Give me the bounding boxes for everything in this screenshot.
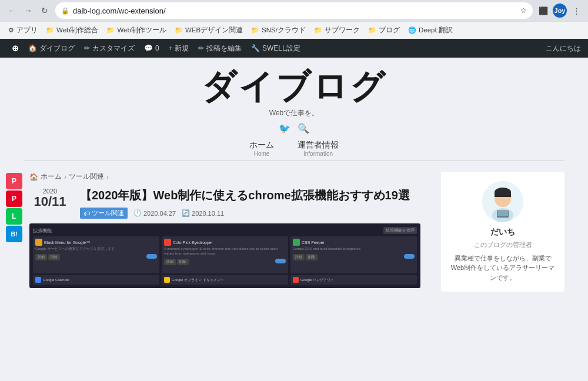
thumb-second-row: Google Calendar Google オフライン ドキュメント Goog… <box>33 275 417 285</box>
thumb-card-2-btn-detail[interactable]: 詳細 <box>164 259 176 265</box>
thumbnail-manage-text: 拡張機能を管理 <box>383 227 417 234</box>
bookmark-web-sogo[interactable]: 📁 Web制作総合 <box>42 24 102 36</box>
bookmark-apps[interactable]: ⚙ アプリ <box>5 24 41 36</box>
wp-customize-item[interactable]: ✏ カスタマイズ <box>79 39 139 58</box>
svg-rect-6 <box>497 211 508 216</box>
thumb-card-2-toggle[interactable] <box>275 259 286 263</box>
nav-buttons: ← → ↻ <box>5 4 52 18</box>
thumb-card-1: Black Menu for Google™ Google サービスへの豊富なア… <box>33 236 159 273</box>
address-bar[interactable]: 🔒 daib-log.com/wc-extension/ ☆ <box>55 2 533 19</box>
avatar-svg <box>482 181 523 222</box>
profile-button[interactable]: Joy <box>553 4 567 18</box>
thumb-card-2-desc: A zoomed eyedropper & color chooser tool… <box>164 247 286 256</box>
thumb-card-1-toggle[interactable] <box>146 254 157 259</box>
back-button[interactable]: ← <box>5 4 19 18</box>
bookmark-webdesign[interactable]: 📁 WEBデザイン関連 <box>171 24 246 36</box>
thumb-card-1-btn-remove[interactable]: 削除 <box>48 254 60 260</box>
update-icon: 🔄 <box>182 209 190 217</box>
thumbnail-grid: Black Menu for Google™ Google サービスへの豊富なア… <box>33 236 417 273</box>
extensions-button[interactable]: ⬛ <box>536 4 550 18</box>
blog-tagline: Webで仕事を。 <box>0 108 588 118</box>
article-body: 【2020年版】Web制作に使えるchrome拡張機能おすすめ19選 🏷 ツール… <box>80 188 410 223</box>
hatena-share-button[interactable]: B! <box>6 226 22 242</box>
deepl-icon: 🌐 <box>408 26 416 34</box>
line-share-button[interactable]: L <box>6 208 22 225</box>
bookmark-deepl-label: DeepL翻訳 <box>419 26 453 35</box>
home-icon: 🏠 <box>28 44 37 52</box>
thumb-card-2-btn-remove[interactable]: 削除 <box>177 259 189 265</box>
breadcrumb: 🏠 ホーム › ツール関連 › <box>29 172 429 182</box>
thumb-card-3-header: CSS Peeper <box>293 239 415 246</box>
main-content: 🏠 ホーム › ツール関連 › 2020 10/11 【2020年版】Web制作… <box>29 167 429 381</box>
bookmark-subwork[interactable]: 📁 サブワーク <box>310 24 363 36</box>
tag-icon: 🏷 <box>83 210 90 217</box>
article-date: 2020 10/11 <box>29 188 71 209</box>
bookmark-webdesign-label: WEBデザイン関連 <box>185 26 243 35</box>
swell-icon: 🔧 <box>251 44 260 52</box>
twitter-icon[interactable]: 🐦 <box>279 123 290 134</box>
google-hangouts-icon <box>293 277 299 283</box>
forward-button[interactable]: → <box>21 4 35 18</box>
line-icon: L <box>12 212 16 220</box>
pinterest-icon: P <box>12 195 16 203</box>
svg-rect-4 <box>495 192 511 197</box>
wp-admin-bar: ⊕ 🏠 ダイブログ ✏ カスタマイズ 💬 0 + 新規 ✏ 投稿を編集 🔧 SW… <box>0 39 588 58</box>
comment-icon: 💬 <box>144 44 153 52</box>
bookmark-web-tools[interactable]: 📁 Web制作ツール <box>103 24 169 36</box>
thumb-card-3-title: CSS Peeper <box>302 240 325 245</box>
browser-toolbar: ← → ↻ 🔒 daib-log.com/wc-extension/ ☆ ⬛ J… <box>0 0 588 21</box>
article-meta-row: 2020 10/11 【2020年版】Web制作に使えるchrome拡張機能おす… <box>29 188 429 223</box>
star-icon[interactable]: ☆ <box>520 6 527 15</box>
wp-swell-item[interactable]: 🔧 SWELL設定 <box>246 39 305 58</box>
article-tag[interactable]: 🏷 ツール関連 <box>80 208 128 219</box>
blog-title: ダイブログ <box>0 69 588 103</box>
right-sidebar: だいち このブログの管理者 異業種で仕事をしながら、副業でWeb制作をしているア… <box>441 167 564 381</box>
clock-icon: 🕐 <box>133 209 142 217</box>
thumb-card-3-btn-detail[interactable]: 詳細 <box>293 254 305 260</box>
thumb-card-3-toggle[interactable] <box>404 254 415 259</box>
bookmark-subwork-label: サブワーク <box>325 26 360 35</box>
updated-date: 2020.10.11 <box>192 210 224 217</box>
google-hangouts-label: Google ハングアウト <box>300 278 334 283</box>
article-date-main: 10/11 <box>29 195 71 209</box>
wp-site-item[interactable]: 🏠 ダイブログ <box>24 39 79 58</box>
wp-comments-label: 0 <box>155 44 159 52</box>
published-date: 2020.04.27 <box>143 210 176 217</box>
bookmark-blog[interactable]: 📁 ブログ <box>365 24 403 36</box>
wp-swell-label: SWELL設定 <box>262 44 300 54</box>
blog-social-icons: 🐦 🔍 <box>0 123 588 134</box>
wp-comments-item[interactable]: 💬 0 <box>139 39 164 58</box>
thumb-card-3-desc: Extract CSS and build beautiful stylegui… <box>293 247 415 252</box>
thumb-card-2-btns: 詳細 削除 <box>164 259 286 265</box>
google-cal-label: Google Calendar <box>43 278 69 282</box>
bookmark-deepl[interactable]: 🌐 DeepL翻訳 <box>405 24 456 36</box>
wp-logo-item[interactable]: ⊕ <box>7 39 24 58</box>
pocket-share-button[interactable]: P <box>6 173 22 189</box>
nav-item-about[interactable]: 運営者情報 Information <box>298 140 339 157</box>
wp-customize-label: カスタマイズ <box>92 44 135 54</box>
wp-new-label: + 新規 <box>169 44 189 54</box>
breadcrumb-category-link[interactable]: ツール関連 <box>69 172 104 182</box>
search-icon[interactable]: 🔍 <box>298 123 309 134</box>
bookmark-sns-label: SNS/クラウド <box>262 26 306 35</box>
reload-button[interactable]: ↻ <box>38 4 52 18</box>
thumbnail-header: 拡張機能 拡張機能を管理 <box>33 227 417 234</box>
thumbnail-content: 拡張機能 拡張機能を管理 Black Menu for Google™ Goog… <box>29 223 420 288</box>
thumb-card-3-btn-remove[interactable]: 削除 <box>306 254 318 260</box>
thumb-card-1-btn-detail[interactable]: 詳細 <box>35 254 47 260</box>
bookmark-sns[interactable]: 📁 SNS/クラウド <box>248 24 309 36</box>
google-offline-icon <box>164 277 170 283</box>
wp-new-item[interactable]: + 新規 <box>164 39 193 58</box>
thumb-card-1-title: Black Menu for Google™ <box>44 240 90 245</box>
bookmark-web-tools-label: Web制作ツール <box>117 26 166 35</box>
breadcrumb-home-link[interactable]: ホーム <box>41 172 62 182</box>
edit-icon: ✏ <box>198 44 204 52</box>
nav-divider <box>24 161 564 161</box>
wp-edit-label: 投稿を編集 <box>206 44 242 54</box>
pinterest-share-button[interactable]: P <box>6 190 22 207</box>
wp-edit-item[interactable]: ✏ 投稿を編集 <box>193 39 246 58</box>
thumb-card-3-btns: 詳細 削除 <box>293 254 415 260</box>
menu-button[interactable]: ⋮ <box>569 4 583 18</box>
nav-item-home[interactable]: ホーム Home <box>249 140 274 157</box>
thumb-card-3: CSS Peeper Extract CSS and build beautif… <box>290 236 417 273</box>
